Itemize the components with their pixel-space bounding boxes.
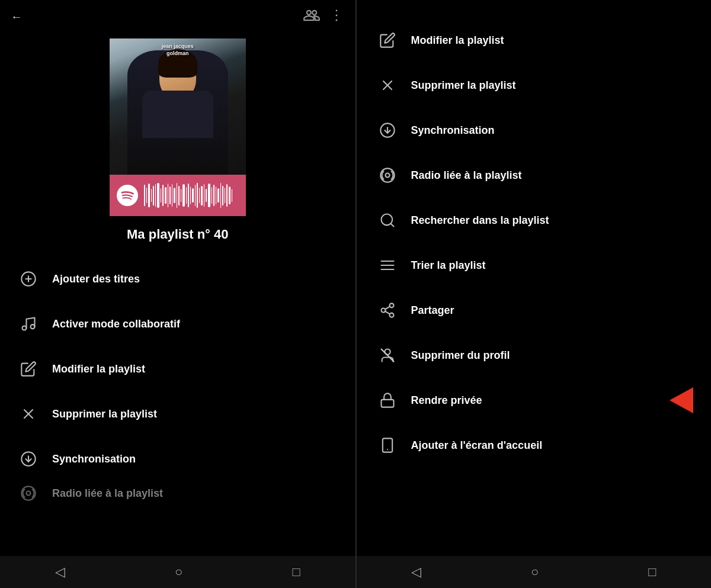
left-menu-list: Ajouter des titres Activer mode collabor… bbox=[0, 256, 356, 505]
x-mark-icon-left bbox=[18, 403, 39, 425]
left-panel: ← jean jacques g bbox=[0, 0, 356, 588]
menu-label-edit-playlist: Modifier la playlist bbox=[52, 363, 145, 375]
right-menu-item-sync[interactable]: Synchronisation bbox=[369, 108, 700, 153]
more-options-icon[interactable] bbox=[328, 7, 345, 27]
right-nav-bar: ◁ ○ □ bbox=[357, 556, 712, 588]
nav-square-left[interactable]: □ bbox=[293, 564, 300, 580]
right-menu-item-make-private[interactable]: Rendre privée bbox=[369, 378, 700, 423]
menu-label-delete-playlist: Supprimer la playlist bbox=[52, 408, 157, 420]
svg-point-14 bbox=[27, 491, 31, 496]
spotify-barcode bbox=[144, 182, 239, 208]
menu-item-add-titles[interactable]: Ajouter des titres bbox=[12, 256, 344, 301]
right-menu-label-sort: Trier la playlist bbox=[411, 259, 486, 272]
svg-point-19 bbox=[380, 168, 394, 182]
svg-line-29 bbox=[385, 311, 390, 314]
menu-item-edit-playlist[interactable]: Modifier la playlist bbox=[12, 346, 344, 391]
album-art: jean jacques goldman bbox=[110, 38, 246, 175]
svg-point-7 bbox=[23, 326, 27, 330]
download-circle-icon-right bbox=[377, 120, 398, 141]
svg-point-1 bbox=[335, 15, 337, 17]
menu-label-radio-partial: Radio liée à la playlist bbox=[52, 487, 163, 500]
phone-icon-right bbox=[377, 435, 398, 456]
share-icon-right bbox=[377, 300, 398, 321]
right-menu-label-remove-profile: Supprimer du profil bbox=[411, 349, 510, 362]
music-note-icon bbox=[18, 313, 39, 335]
right-menu-item-sort[interactable]: Trier la playlist bbox=[369, 243, 700, 288]
x-mark-icon-right bbox=[377, 75, 398, 96]
svg-line-30 bbox=[385, 307, 390, 310]
right-menu-item-delete[interactable]: Supprimer la playlist bbox=[369, 63, 700, 108]
right-menu-label-radio: Radio liée à la playlist bbox=[411, 169, 522, 182]
svg-point-8 bbox=[31, 324, 35, 329]
right-menu-item-radio[interactable]: Radio liée à la playlist bbox=[369, 153, 700, 198]
radio-icon-partial bbox=[18, 483, 39, 504]
right-menu-item-remove-profile[interactable]: Supprimer du profil bbox=[369, 333, 700, 378]
back-arrow-left[interactable]: ← bbox=[11, 10, 23, 24]
download-circle-icon-left bbox=[18, 448, 39, 470]
nav-home-right[interactable]: ○ bbox=[531, 564, 539, 580]
pencil-icon-right bbox=[377, 30, 398, 51]
radio-icon-right bbox=[377, 165, 398, 186]
svg-point-20 bbox=[385, 173, 389, 178]
album-artist-text: jean jacques goldman bbox=[110, 43, 246, 57]
playlist-title: Ma playlist n° 40 bbox=[127, 227, 228, 242]
right-menu-item-share[interactable]: Partager bbox=[369, 288, 700, 333]
menu-item-collab[interactable]: Activer mode collaboratif bbox=[12, 301, 344, 346]
lock-icon-right bbox=[377, 390, 398, 411]
right-menu-item-search[interactable]: Rechercher dans la playlist bbox=[369, 198, 700, 243]
svg-rect-34 bbox=[382, 438, 392, 452]
right-panel: Modifier la playlist Supprimer la playli… bbox=[356, 0, 712, 588]
svg-point-13 bbox=[21, 486, 35, 500]
menu-label-collab: Activer mode collaboratif bbox=[52, 318, 180, 330]
menu-item-delete-playlist[interactable]: Supprimer la playlist bbox=[12, 391, 344, 436]
right-menu-label-delete: Supprimer la playlist bbox=[411, 79, 516, 92]
right-menu-label-search: Rechercher dans la playlist bbox=[411, 214, 549, 227]
right-menu-list: Modifier la playlist Supprimer la playli… bbox=[357, 0, 712, 588]
right-menu-label-make-private: Rendre privée bbox=[411, 394, 482, 407]
sort-icon-right bbox=[377, 255, 398, 276]
spotify-logo bbox=[117, 185, 138, 206]
top-icons bbox=[303, 7, 345, 27]
menu-item-radio-partial[interactable]: Radio liée à la playlist bbox=[12, 481, 344, 505]
left-nav-bar: ◁ ○ □ bbox=[0, 556, 356, 588]
plus-circle-icon bbox=[18, 268, 39, 290]
nav-back-right[interactable]: ◁ bbox=[411, 564, 421, 580]
svg-line-32 bbox=[381, 349, 393, 362]
search-icon-right bbox=[377, 210, 398, 231]
right-menu-label-edit: Modifier la playlist bbox=[411, 34, 504, 47]
menu-label-sync: Synchronisation bbox=[52, 453, 136, 465]
svg-line-22 bbox=[390, 223, 393, 226]
left-top-bar: ← bbox=[0, 0, 356, 34]
spotify-code-bar bbox=[110, 175, 246, 216]
svg-point-2 bbox=[335, 20, 337, 21]
svg-point-0 bbox=[335, 9, 337, 11]
right-menu-label-sync: Synchronisation bbox=[411, 124, 495, 137]
menu-label-add-titles: Ajouter des titres bbox=[52, 273, 140, 285]
right-menu-item-add-home[interactable]: Ajouter à l'écran d'accueil bbox=[369, 423, 700, 468]
pencil-icon-left bbox=[18, 358, 39, 380]
red-arrow-indicator bbox=[670, 387, 693, 413]
menu-item-sync[interactable]: Synchronisation bbox=[12, 436, 344, 481]
nav-back-left[interactable]: ◁ bbox=[55, 564, 65, 580]
right-menu-item-edit[interactable]: Modifier la playlist bbox=[369, 18, 700, 63]
right-menu-label-share: Partager bbox=[411, 304, 454, 317]
right-menu-label-add-home: Ajouter à l'écran d'accueil bbox=[411, 439, 543, 452]
user-circle-icon-right bbox=[377, 345, 398, 366]
nav-square-right[interactable]: □ bbox=[648, 564, 656, 580]
nav-home-left[interactable]: ○ bbox=[175, 564, 182, 580]
svg-rect-33 bbox=[381, 400, 393, 407]
add-person-icon[interactable] bbox=[303, 7, 320, 27]
